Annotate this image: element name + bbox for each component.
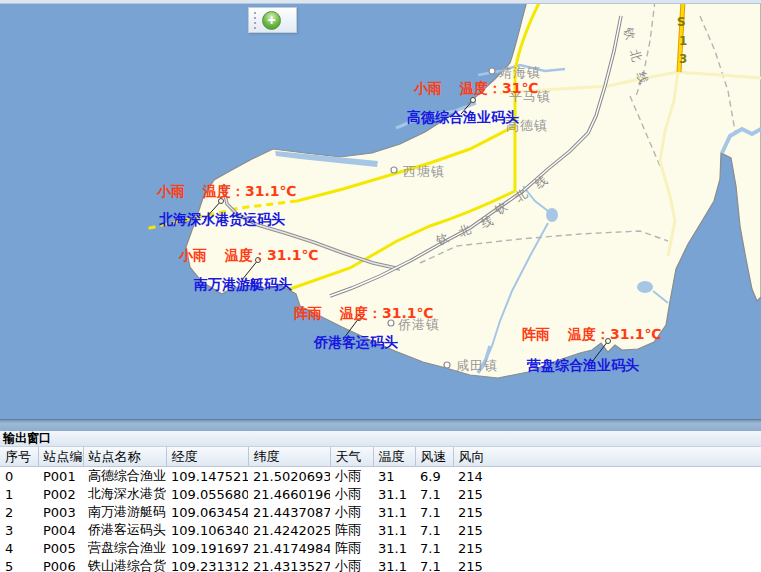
cell-station-id: P001 xyxy=(38,467,83,486)
cell-name: 侨港客运码头 xyxy=(83,521,166,539)
svg-text:S: S xyxy=(677,15,686,29)
col-header-weather[interactable]: 天气 xyxy=(330,447,373,467)
map-mini-toolbar[interactable]: + xyxy=(248,7,297,33)
cell-temp: 31.1 xyxy=(373,503,415,521)
cell-name: 南万港游艇码头 xyxy=(83,503,166,521)
table-header-row: 序号 站点编号 站点名称 经度 纬度 天气 温度 风速 风向 xyxy=(0,447,761,467)
cell-index: 4 xyxy=(0,539,38,557)
cell-temp: 31.1 xyxy=(373,557,415,572)
cell-weather: 小雨 xyxy=(330,485,373,503)
cell-temp: 31 xyxy=(373,467,415,486)
cell-winddir: 215 xyxy=(453,521,761,539)
cell-index: 5 xyxy=(0,557,38,572)
cell-latitude: 21.4313527002203 xyxy=(248,557,330,572)
cell-temp: 31.1 xyxy=(373,539,415,557)
cell-latitude: 21.4437087109011 xyxy=(248,503,330,521)
map-canvas[interactable]: 钦北线 钦北线 钦北线 S 1 3 xyxy=(0,4,761,419)
col-header-windspeed[interactable]: 风速 xyxy=(415,447,453,467)
cell-longitude: 109.191697440519 xyxy=(166,539,248,557)
cell-station-id: P005 xyxy=(38,539,83,557)
cell-longitude: 109.231312452397 xyxy=(166,557,248,572)
svg-text:1: 1 xyxy=(679,34,687,48)
cell-winddir: 215 xyxy=(453,503,761,521)
cell-name: 铁山港综合货运码头 xyxy=(83,557,166,572)
output-panel-title: 输出窗口 xyxy=(0,431,761,447)
cell-latitude: 21.5020693970949 xyxy=(248,467,330,486)
cell-winddir: 215 xyxy=(453,557,761,572)
cell-longitude: 109.055680231721 xyxy=(166,485,248,503)
table-row[interactable]: 2 P003 南万港游艇码头 109.063454555683 21.44370… xyxy=(0,503,761,521)
cell-longitude: 109.063454555683 xyxy=(166,503,248,521)
cell-longitude: 109.147521524769 xyxy=(166,467,248,486)
col-header-name[interactable]: 站点名称 xyxy=(83,447,166,467)
cell-index: 0 xyxy=(0,467,38,486)
map-layers: 钦北线 钦北线 钦北线 S 1 3 xyxy=(0,4,761,419)
cell-name: 营盘综合渔业码头 xyxy=(83,539,166,557)
cell-latitude: 21.4174984409359 xyxy=(248,539,330,557)
col-header-latitude[interactable]: 纬度 xyxy=(248,447,330,467)
cell-name: 高德综合渔业码头 xyxy=(83,467,166,486)
cell-windspeed: 7.1 xyxy=(415,503,453,521)
cell-index: 1 xyxy=(0,485,38,503)
cell-windspeed: 7.1 xyxy=(415,485,453,503)
col-header-winddir[interactable]: 风向 xyxy=(453,447,761,467)
cell-winddir: 215 xyxy=(453,485,761,503)
table-row[interactable]: 4 P005 营盘综合渔业码头 109.191697440519 21.4174… xyxy=(0,539,761,557)
cell-windspeed: 7.1 xyxy=(415,521,453,539)
cell-weather: 小雨 xyxy=(330,467,373,486)
table-row[interactable]: 5 P006 铁山港综合货运码头 109.231312452397 21.431… xyxy=(0,557,761,572)
cell-weather: 阵雨 xyxy=(330,539,373,557)
cell-latitude: 21.4242025395549 xyxy=(248,521,330,539)
cell-weather: 小雨 xyxy=(330,503,373,521)
cell-weather: 小雨 xyxy=(330,557,373,572)
cell-longitude: 109.106340801095 xyxy=(166,521,248,539)
cell-winddir: 215 xyxy=(453,539,761,557)
cell-station-id: P006 xyxy=(38,557,83,572)
table-row[interactable]: 0 P001 高德综合渔业码头 109.147521524769 21.5020… xyxy=(0,467,761,486)
toolbar-grip-handle[interactable] xyxy=(251,11,258,29)
cell-winddir: 214 xyxy=(453,467,761,486)
cell-windspeed: 7.1 xyxy=(415,557,453,572)
cell-temp: 31.1 xyxy=(373,521,415,539)
cell-station-id: P004 xyxy=(38,521,83,539)
gis-application-window: 钦北线 钦北线 钦北线 S 1 3 xyxy=(0,0,761,572)
col-header-index[interactable]: 序号 xyxy=(0,447,38,467)
stations-table: 序号 站点编号 站点名称 经度 纬度 天气 温度 风速 风向 0 P001 高德… xyxy=(0,447,761,572)
add-station-button[interactable]: + xyxy=(262,11,281,30)
table-row[interactable]: 3 P004 侨港客运码头 109.106340801095 21.424202… xyxy=(0,521,761,539)
cell-latitude: 21.4660196505596 xyxy=(248,485,330,503)
cell-station-id: P002 xyxy=(38,485,83,503)
cell-windspeed: 6.9 xyxy=(415,467,453,486)
panel-splitter[interactable] xyxy=(0,419,761,431)
table-row[interactable]: 1 P002 北海深水港货运码头 109.055680231721 21.466… xyxy=(0,485,761,503)
col-header-station-id[interactable]: 站点编号 xyxy=(38,447,83,467)
cell-windspeed: 7.1 xyxy=(415,539,453,557)
col-header-temp[interactable]: 温度 xyxy=(373,447,415,467)
cell-index: 3 xyxy=(0,521,38,539)
cell-weather: 阵雨 xyxy=(330,521,373,539)
svg-text:3: 3 xyxy=(679,52,687,66)
cell-temp: 31.1 xyxy=(373,485,415,503)
col-header-longitude[interactable]: 经度 xyxy=(166,447,248,467)
cell-name: 北海深水港货运码头 xyxy=(83,485,166,503)
cell-index: 2 xyxy=(0,503,38,521)
cell-station-id: P003 xyxy=(38,503,83,521)
